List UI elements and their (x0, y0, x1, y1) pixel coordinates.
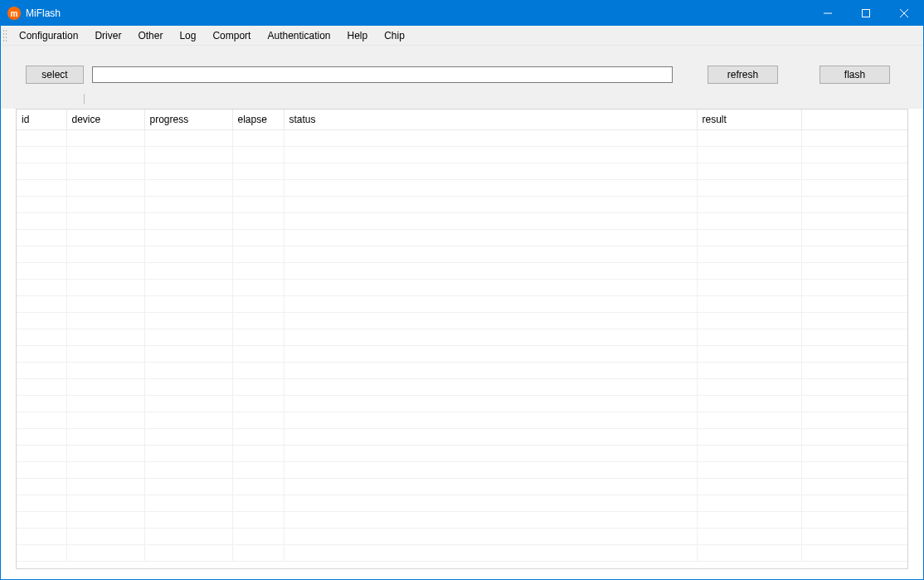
table-cell (232, 312, 284, 329)
table-row[interactable] (17, 163, 907, 179)
table-cell (284, 262, 697, 279)
table-cell (17, 511, 66, 528)
table-row[interactable] (17, 428, 907, 445)
menu-comport[interactable]: Comport (204, 27, 259, 45)
table-cell (232, 146, 284, 163)
minimize-button[interactable] (809, 1, 847, 26)
column-header-elapse[interactable]: elapse (232, 110, 284, 129)
table-row[interactable] (17, 329, 907, 345)
table-row[interactable] (17, 279, 907, 295)
table-row[interactable] (17, 395, 907, 412)
table-row[interactable] (17, 179, 907, 196)
table-cell (801, 279, 907, 295)
table-cell (284, 478, 697, 495)
table-cell (66, 495, 144, 511)
column-header-id[interactable]: id (17, 110, 66, 129)
table-cell (144, 129, 232, 146)
maximize-button[interactable] (847, 1, 885, 26)
table-row[interactable] (17, 229, 907, 246)
table-row[interactable] (17, 262, 907, 279)
table-cell (66, 362, 144, 378)
table-cell (697, 511, 801, 528)
table-cell (66, 511, 144, 528)
menu-log[interactable]: Log (171, 27, 204, 45)
table-row[interactable] (17, 478, 907, 495)
table-row[interactable] (17, 212, 907, 229)
table-cell (144, 196, 232, 212)
column-header-extra[interactable] (801, 110, 907, 129)
select-button[interactable]: select (26, 66, 84, 84)
table-row[interactable] (17, 146, 907, 163)
table-cell (801, 478, 907, 495)
path-input[interactable] (92, 66, 673, 83)
column-header-progress[interactable]: progress (144, 110, 232, 129)
table-cell (232, 179, 284, 196)
table-cell (66, 329, 144, 345)
table-row[interactable] (17, 129, 907, 146)
menu-authentication[interactable]: Authentication (259, 27, 338, 45)
menu-driver[interactable]: Driver (86, 27, 129, 45)
table-cell (144, 511, 232, 528)
table-cell (144, 262, 232, 279)
table-cell (66, 428, 144, 445)
table-row[interactable] (17, 412, 907, 428)
column-header-result[interactable]: result (697, 110, 801, 129)
table-cell (144, 528, 232, 544)
table-cell (232, 478, 284, 495)
table-row[interactable] (17, 378, 907, 395)
table-cell (232, 345, 284, 362)
table-cell (284, 295, 697, 312)
table-cell (17, 312, 66, 329)
refresh-button[interactable]: refresh (708, 66, 778, 84)
menu-configuration[interactable]: Configuration (11, 27, 86, 45)
table-cell (66, 395, 144, 412)
table-row[interactable] (17, 445, 907, 461)
table-cell (144, 279, 232, 295)
titlebar: m MiFlash (1, 1, 923, 26)
column-header-status[interactable]: status (284, 110, 697, 129)
close-button[interactable] (885, 1, 923, 26)
table-header-row: id device progress elapse status result (17, 110, 907, 129)
table-cell (697, 229, 801, 246)
table-cell (144, 395, 232, 412)
table-row[interactable] (17, 196, 907, 212)
table-cell (801, 295, 907, 312)
table-row[interactable] (17, 345, 907, 362)
table-row[interactable] (17, 528, 907, 544)
table-cell (17, 246, 66, 262)
table-cell (697, 329, 801, 345)
table-cell (144, 362, 232, 378)
table-row[interactable] (17, 295, 907, 312)
table-row[interactable] (17, 461, 907, 478)
table-cell (232, 461, 284, 478)
menubar: Configuration Driver Other Log Comport A… (1, 26, 923, 46)
menu-help[interactable]: Help (339, 27, 377, 45)
table-cell (697, 461, 801, 478)
table-cell (697, 196, 801, 212)
flash-button[interactable]: flash (819, 66, 890, 84)
table-row[interactable] (17, 362, 907, 378)
table-cell (232, 212, 284, 229)
table-cell (17, 212, 66, 229)
table-cell (697, 478, 801, 495)
table-cell (801, 229, 907, 246)
toolbar: select refresh flash (1, 46, 923, 94)
table-cell (144, 312, 232, 329)
table-row[interactable] (17, 511, 907, 528)
menu-chip[interactable]: Chip (376, 27, 413, 45)
column-header-device[interactable]: device (66, 110, 144, 129)
close-icon (900, 9, 908, 17)
table-row[interactable] (17, 246, 907, 262)
table-cell (284, 279, 697, 295)
table-cell (144, 478, 232, 495)
table-row[interactable] (17, 544, 907, 561)
menu-other[interactable]: Other (129, 27, 171, 45)
table-cell (232, 163, 284, 179)
table-row[interactable] (17, 495, 907, 511)
table-cell (697, 146, 801, 163)
table-cell (697, 495, 801, 511)
table-cell (232, 196, 284, 212)
table-row[interactable] (17, 312, 907, 329)
table-cell (66, 478, 144, 495)
table-cell (17, 544, 66, 561)
